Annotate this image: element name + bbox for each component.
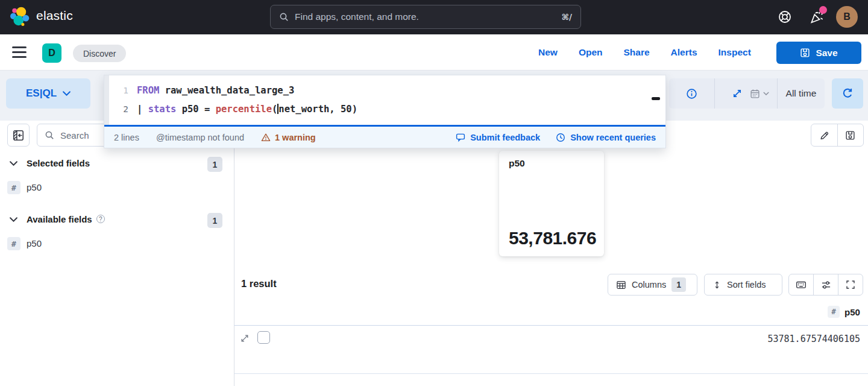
query-info-button[interactable] <box>669 78 714 109</box>
user-avatar[interactable]: B <box>836 6 858 28</box>
time-range-value[interactable]: All time <box>778 88 825 99</box>
token-keyword: FROM <box>137 85 159 96</box>
collapse-sidebar-button[interactable] <box>7 124 30 147</box>
number-field-icon: # <box>828 306 840 318</box>
help-question-icon[interactable]: ? <box>96 215 105 223</box>
sort-updown-icon <box>712 280 722 290</box>
columns-button-label: Columns <box>632 280 666 290</box>
token-plain: net_worth, 50) <box>278 104 357 115</box>
editor-status-bar: 2 lines @timestamp not found 1 warning S… <box>104 127 665 148</box>
discover-app: elastic ⌘/ B <box>0 0 868 386</box>
editor-footer-links: Submit feedback Show recent queries <box>456 133 656 142</box>
help-button[interactable] <box>776 8 793 25</box>
field-item-p50-selected[interactable]: # p50 <box>0 181 234 195</box>
show-recent-queries-link[interactable]: Show recent queries <box>556 133 656 142</box>
save-floppy-icon <box>845 130 855 141</box>
newsfeed-button[interactable] <box>808 8 825 25</box>
menu-hamburger-icon[interactable] <box>12 46 27 58</box>
save-floppy-icon <box>800 48 810 58</box>
columns-count-badge: 1 <box>671 277 686 292</box>
search-icon <box>45 130 54 140</box>
time-range-picker: All time <box>741 78 825 109</box>
selected-fields-label: Selected fields <box>27 158 90 168</box>
fullscreen-icon <box>846 280 855 290</box>
elastic-logo-icon[interactable] <box>10 7 31 28</box>
show-recent-queries-label: Show recent queries <box>570 133 656 142</box>
notification-dot <box>819 6 827 14</box>
submit-feedback-label: Submit feedback <box>470 133 540 142</box>
columns-button[interactable]: Columns 1 <box>608 274 697 296</box>
query-language-label: ES|QL <box>26 87 57 100</box>
breadcrumb[interactable]: Discover <box>73 45 126 62</box>
search-icon <box>279 12 289 22</box>
token-keyword: stats <box>148 104 177 115</box>
refresh-query-button[interactable] <box>832 78 863 109</box>
grid-display-controls <box>788 274 863 296</box>
results-count: 1 result <box>241 278 277 290</box>
app-toolbar: D Discover New Open Share Alerts Inspect… <box>0 34 868 71</box>
chevron-down-icon[interactable] <box>10 161 17 166</box>
fullscreen-button[interactable] <box>838 274 863 295</box>
chevron-down-icon <box>763 92 769 95</box>
fields-sidebar: Selected fields 1 # p50 Available fields… <box>0 121 234 386</box>
code-line-1: FROM raw_wealth_data_large_3 <box>137 81 665 100</box>
expand-row-icon[interactable] <box>240 334 250 343</box>
metric-visualization-card[interactable]: p50 53,781.676 <box>499 151 604 256</box>
edit-visualization-button[interactable] <box>811 124 837 146</box>
display-options-button[interactable] <box>813 274 838 295</box>
field-item-p50-available[interactable]: # p50 <box>0 237 234 252</box>
feedback-bubble-icon <box>456 133 465 142</box>
app-icon-badge[interactable]: D <box>42 43 61 63</box>
selected-fields-section: Selected fields 1 <box>0 157 234 172</box>
column-name: p50 <box>844 307 860 317</box>
submit-feedback-link[interactable]: Submit feedback <box>456 133 540 142</box>
save-button[interactable]: Save <box>776 42 861 64</box>
esql-editor: 1 2 FROM raw_wealth_data_large_3 | stats… <box>104 75 666 148</box>
help-lifebuoy-icon <box>778 10 792 24</box>
lines-count: 2 lines <box>114 133 139 142</box>
table-row: 53781.67574406105 <box>234 326 868 374</box>
available-fields-count: 1 <box>207 213 222 228</box>
search-shortcut-hint: ⌘/ <box>562 12 572 22</box>
token-plain: p50 = <box>176 104 215 115</box>
warning-count-label: 1 warning <box>275 133 316 142</box>
save-visualization-button[interactable] <box>837 124 864 146</box>
table-columns-icon <box>616 280 626 290</box>
query-language-picker[interactable]: ES|QL <box>6 78 90 109</box>
chevron-down-icon[interactable] <box>10 217 17 222</box>
metric-value: 53,781.676 <box>509 228 596 248</box>
global-search-input[interactable] <box>295 11 562 22</box>
available-fields-text: Available fields <box>27 214 92 224</box>
editor-gutter-strip <box>104 75 109 125</box>
grid-column-header-p50[interactable]: # p50 <box>828 306 860 318</box>
visualization-actions <box>811 124 864 147</box>
menu-item-inspect[interactable]: Inspect <box>719 47 751 58</box>
menu-item-alerts[interactable]: Alerts <box>671 47 697 58</box>
pencil-icon <box>819 130 829 141</box>
esql-code-area[interactable]: 1 2 FROM raw_wealth_data_large_3 | stats… <box>104 75 665 125</box>
global-search[interactable]: ⌘/ <box>270 5 581 29</box>
header-menu: New Open Share Alerts Inspect <box>538 34 751 71</box>
refresh-icon <box>841 87 854 100</box>
token-function: percentile <box>216 104 272 115</box>
code-lines: FROM raw_wealth_data_large_3 | stats p50… <box>128 75 665 125</box>
menu-item-new[interactable]: New <box>538 47 558 58</box>
date-quick-select-button[interactable] <box>741 78 778 109</box>
row-select-checkbox[interactable] <box>257 331 270 344</box>
menu-item-share[interactable]: Share <box>624 47 650 58</box>
warning-indicator[interactable]: 1 warning <box>261 133 316 142</box>
editor-overview-mark <box>652 97 660 100</box>
sort-fields-button[interactable]: Sort fields <box>704 274 782 296</box>
sliders-icon <box>821 280 831 290</box>
brand-name: elastic <box>36 8 73 23</box>
field-name: p50 <box>27 238 42 248</box>
keyboard-icon <box>796 279 807 290</box>
warning-triangle-icon <box>261 133 271 142</box>
code-line-2: | stats p50 = percentile(net_worth, 50) <box>137 100 665 119</box>
field-name: p50 <box>27 182 42 192</box>
token-plain: ( <box>272 104 277 115</box>
menu-item-open[interactable]: Open <box>579 47 603 58</box>
line-numbers: 1 2 <box>109 75 128 125</box>
available-fields-section: Available fields? 1 <box>0 213 234 229</box>
keyboard-shortcuts-button[interactable] <box>789 274 813 295</box>
